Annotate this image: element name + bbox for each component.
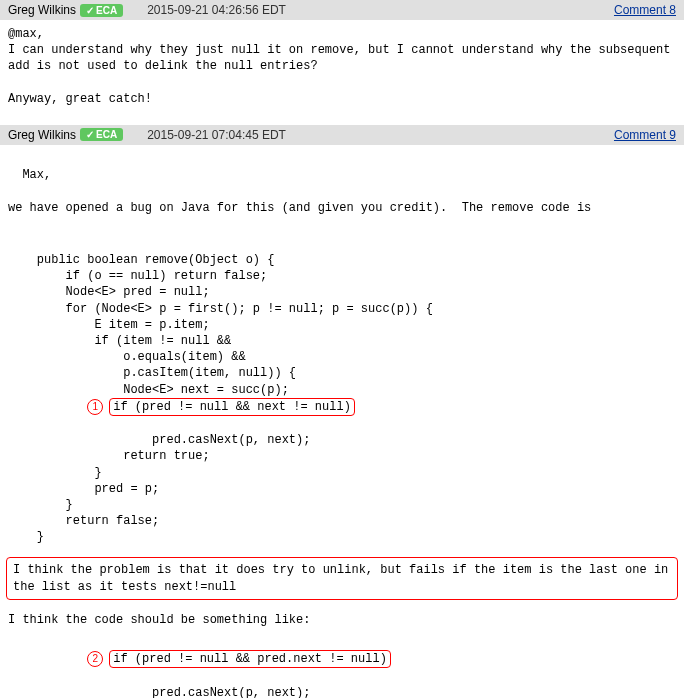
code-line: pred.casNext(p, next); return true; } pr…: [8, 433, 310, 544]
code-block: 2if (pred != null && pred.next != null) …: [0, 634, 684, 698]
annotation-number-2: 2: [87, 651, 103, 667]
annotation-box-1: if (pred != null && next != null): [109, 398, 355, 416]
comment-author: Greg Wilkins: [8, 128, 76, 142]
comment-header: Greg Wilkins ECA 2015-09-21 04:26:56 EDT…: [0, 0, 684, 20]
comment-text: I think the code should be something lik…: [0, 602, 684, 634]
annotation-paragraph: I think the problem is that it does try …: [6, 557, 678, 599]
annotation-box-2: if (pred != null && pred.next != null): [109, 650, 391, 668]
eca-badge: ECA: [80, 128, 123, 141]
comment-text: Max, we have opened a bug on Java for th…: [8, 168, 591, 214]
comment-permalink[interactable]: Comment 8: [614, 3, 676, 17]
comment-permalink[interactable]: Comment 9: [614, 128, 676, 142]
code-line: public boolean remove(Object o) { if (o …: [8, 253, 433, 397]
code-block: public boolean remove(Object o) { if (o …: [0, 236, 684, 546]
comment-author: Greg Wilkins: [8, 3, 76, 17]
eca-badge: ECA: [80, 4, 123, 17]
comment-body: @max, I can understand why they just nul…: [0, 20, 684, 125]
comment-timestamp: 2015-09-21 04:26:56 EDT: [147, 3, 286, 17]
comment-header: Greg Wilkins ECA 2015-09-21 07:04:45 EDT…: [0, 125, 684, 145]
code-line: pred.casNext(p, next);: [8, 686, 310, 698]
annotation-number-1: 1: [87, 399, 103, 415]
comment-timestamp: 2015-09-21 07:04:45 EDT: [147, 128, 286, 142]
comment-body: Max, we have opened a bug on Java for th…: [0, 145, 684, 236]
